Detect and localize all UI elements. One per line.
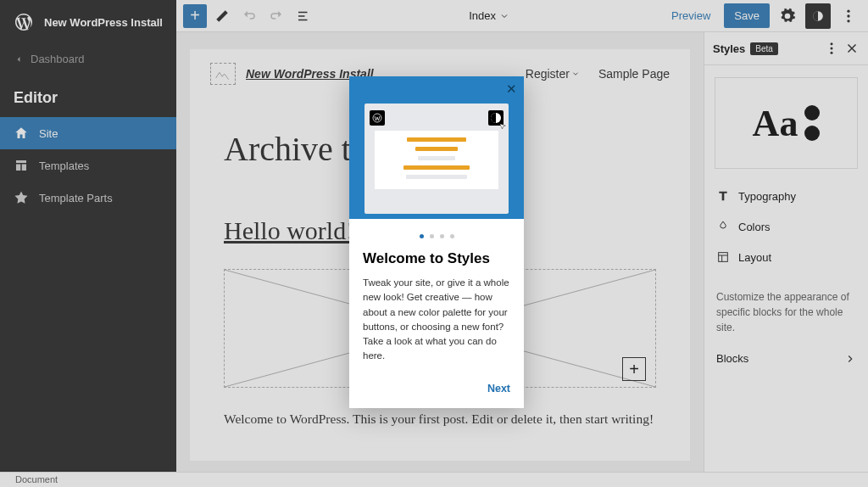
hero-styles-icon [488,110,504,126]
welcome-modal: ✕ Welcome to Styles Tweak your site [349,76,524,408]
hero-wp-icon [370,110,385,126]
modal-pagination[interactable] [363,234,510,238]
modal-hero: ✕ [349,76,524,219]
modal-next-button[interactable]: Next [487,383,510,395]
cursor-icon [498,122,507,131]
modal-text: Tweak your site, or give it a whole new … [363,276,510,364]
modal-close-button[interactable]: ✕ [506,81,517,97]
modal-title: Welcome to Styles [363,250,510,267]
